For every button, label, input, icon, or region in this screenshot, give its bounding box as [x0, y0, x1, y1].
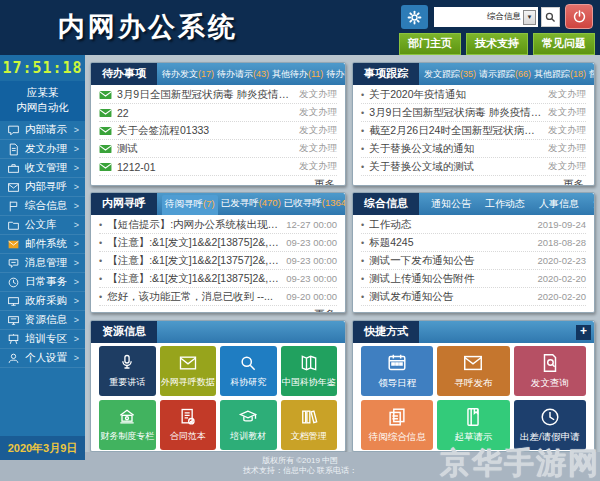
microphone-icon	[117, 353, 137, 373]
graduation-icon	[238, 407, 258, 427]
tile-training-materials[interactable]: 培训教材	[220, 400, 277, 450]
list-item[interactable]: 您好，该功能正常，消息已收到 --... 09-20 00:00	[99, 288, 337, 306]
list-item[interactable]: 测试一下发布通知公告 2020-02-23	[361, 252, 586, 270]
envelope-icon	[462, 352, 484, 374]
docs-icon	[386, 406, 408, 428]
tab-todo-other[interactable]: 其他待办(11)	[272, 68, 323, 81]
tab-todo-send[interactable]: 待办发文(17)	[162, 68, 214, 81]
logout-button[interactable]	[565, 4, 593, 29]
panel-shortcuts: 快捷方式 + 领导日程 寻呼发布 发文查询 待阅综合信息 起草请示 出差/请假申…	[352, 320, 595, 452]
sidebar-item-doc-send[interactable]: 发文办理 >	[0, 140, 85, 159]
sidebar-item-daily-affairs[interactable]: 日常事务 >	[0, 273, 85, 292]
chevron-right-icon: >	[74, 182, 79, 192]
list-item[interactable]: 关于替换公文域的通知 发文办理	[361, 140, 586, 158]
list-item[interactable]: 22 发文办理	[99, 104, 337, 122]
briefcase-icon	[7, 162, 20, 175]
tab-track-other[interactable]: 其他跟踪(18)	[534, 68, 586, 81]
sidebar-item-doc-receive[interactable]: 收文管理 >	[0, 159, 85, 178]
tab-page-sent[interactable]: 已发寻呼(470)	[221, 197, 281, 210]
search-button[interactable]	[541, 7, 560, 27]
search-category-select[interactable]: 综合信息	[487, 11, 521, 23]
item-time: 12-27 00:00	[286, 219, 337, 230]
more-link[interactable]: 更多	[91, 306, 345, 313]
list-item[interactable]: 关于会签流程01333 发文办理	[99, 122, 337, 140]
item-category: 发文办理	[299, 88, 337, 101]
list-item[interactable]: 3月9日全国新型冠状病毒 肺炎疫情最... 发文办理	[361, 104, 586, 122]
watermark: 京华手游网	[440, 443, 600, 481]
tab-track-request[interactable]: 请示跟踪(66)	[479, 68, 531, 81]
sidebar-item-paging[interactable]: 内部寻呼 >	[0, 178, 85, 197]
tile-leader-schedule[interactable]: 领导日程	[361, 346, 433, 396]
tile-paging-publish[interactable]: 寻呼发布	[437, 346, 509, 396]
sidebar-item-general-info[interactable]: 综合信息 >	[0, 197, 85, 216]
item-title: 标题4245	[369, 236, 531, 250]
tile-doc-query[interactable]: 发文查询	[514, 346, 586, 396]
more-link[interactable]: 更多	[353, 176, 594, 186]
sidebar-item-resource-info[interactable]: 资源信息 >	[0, 311, 85, 330]
user-dept: 内网自动化	[0, 100, 85, 115]
sidebar-item-internal-request[interactable]: 内部请示 >	[0, 121, 85, 140]
settings-button[interactable]	[401, 5, 428, 29]
tab-info-notices[interactable]: 通知公告	[431, 197, 471, 211]
tile-important-speeches[interactable]: 重要讲话	[99, 346, 156, 396]
list-item[interactable]: 1212-01 发文办理	[99, 158, 337, 176]
tile-finance-rules[interactable]: 财务制度专栏	[99, 400, 156, 450]
envelope-icon	[99, 90, 112, 100]
item-date: 2020-02-20	[537, 291, 586, 302]
sidebar-item-messages[interactable]: 消息管理 >	[0, 254, 85, 273]
tile-doc-management[interactable]: 文档管理	[281, 400, 338, 450]
list-item[interactable]: 【注意】:&1[发文]1&&2[13875]2&,流程... 09-23 00:…	[99, 270, 337, 288]
tile-contract-template[interactable]: 合同范本	[160, 400, 217, 450]
tile-unread-info[interactable]: 待阅综合信息	[361, 400, 433, 450]
item-title: 您好，该功能正常，消息已收到 --...	[107, 290, 280, 304]
more-link[interactable]: 更多	[91, 176, 345, 186]
list-item[interactable]: 【注意】:&1[发文]1&&2[13757]2&,流程... 09-23 00:…	[99, 252, 337, 270]
list-item[interactable]: 测试发布通知公告 2020-02-20	[361, 288, 586, 306]
search-input[interactable]	[436, 9, 487, 25]
list-item[interactable]: 工作动态 2019-09-24	[361, 216, 586, 234]
nav-faq-button[interactable]: 常见问题	[533, 33, 595, 55]
track-list: 关于2020年疫情通知 发文办理 3月9日全国新型冠状病毒 肺炎疫情最... 发…	[353, 85, 594, 176]
list-item[interactable]: 【短信提示】:内网办公系统核出现短信发... 12-27 00:00	[99, 216, 337, 234]
list-item[interactable]: 关于2020年疫情通知 发文办理	[361, 86, 586, 104]
tile-yearbook[interactable]: 中国科协年鉴	[281, 346, 338, 396]
tab-page-unread[interactable]: 待阅寻呼(7)	[162, 195, 218, 215]
sidebar-item-personal-settings[interactable]: 个人设置 >	[0, 349, 85, 368]
tab-track-supervise[interactable]: 督办跟踪(2)	[589, 68, 594, 81]
sidebar-item-gov-procurement[interactable]: 政府采购 >	[0, 292, 85, 311]
tab-todo-supervise[interactable]: 待办督办(1)	[326, 68, 345, 81]
clock-icon	[7, 276, 20, 289]
list-item[interactable]: 3月9日全国新型冠状病毒 肺炎疫情最... 发文办理	[99, 86, 337, 104]
nav-dept-home-button[interactable]: 部门主页	[399, 33, 461, 55]
list-item[interactable]: 截至2月26日24时全国新型冠状病毒 肺... 发文办理	[361, 122, 586, 140]
nav-tech-support-button[interactable]: 技术支持	[466, 33, 528, 55]
chevron-right-icon: >	[74, 144, 79, 154]
panel-tabs: 发文跟踪(35) 请示跟踪(66) 其他跟踪(18) 督办跟踪(2)	[419, 68, 594, 85]
sidebar-item-doc-library[interactable]: 公文库 >	[0, 216, 85, 235]
search-bar: 综合信息 ▼	[434, 7, 538, 27]
comment-icon	[7, 124, 20, 137]
tab-info-party[interactable]: 党建园地	[593, 197, 594, 211]
chevron-right-icon: >	[74, 220, 79, 230]
list-item[interactable]: 【注意】:&1[发文]1&&2[13875]2&,流程... 09-23 00:…	[99, 234, 337, 252]
tab-info-work[interactable]: 工作动态	[485, 197, 525, 211]
add-shortcut-button[interactable]: +	[576, 325, 591, 340]
chevron-right-icon: >	[74, 201, 79, 211]
sidebar-item-mail-system[interactable]: 邮件系统 >	[0, 235, 85, 254]
list-item[interactable]: 测试 发文办理	[99, 140, 337, 158]
tab-track-send[interactable]: 发文跟踪(35)	[424, 68, 476, 81]
list-item[interactable]: 关于替换公文域的测试 发文办理	[361, 158, 586, 176]
book-icon	[299, 353, 319, 373]
tab-todo-request[interactable]: 待办请示(43)	[217, 68, 269, 81]
tab-info-hr[interactable]: 人事信息	[539, 197, 579, 211]
search-icon	[544, 11, 557, 24]
sidebar-item-training-zone[interactable]: 培训专区 >	[0, 330, 85, 349]
tab-page-received[interactable]: 已收寻呼(1364)	[284, 197, 345, 210]
panel-paging: 内网寻呼 待阅寻呼(7) 已发寻呼(470) 已收寻呼(1364) 【短信提示】…	[90, 192, 346, 313]
sidebar-item-label: 政府采购	[25, 294, 67, 308]
chevron-down-icon[interactable]: ▼	[523, 10, 536, 25]
list-item[interactable]: 标题4245 2018-08-28	[361, 234, 586, 252]
list-item[interactable]: 测试上传通知公告附件 2020-02-20	[361, 270, 586, 288]
tile-external-paging-data[interactable]: 外网寻呼数据	[160, 346, 217, 396]
tile-research[interactable]: 科协研究	[220, 346, 277, 396]
